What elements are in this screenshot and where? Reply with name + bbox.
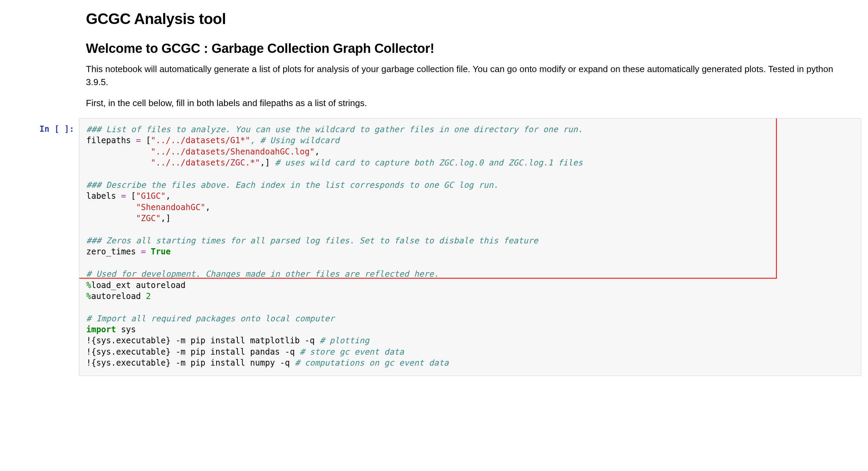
var-labels: labels (86, 191, 116, 201)
magic-prefix: % (86, 280, 91, 290)
code-comment: ### Zeros all starting times for all par… (86, 236, 538, 245)
pip-prefix: {sys.executable} -m pip install (91, 347, 250, 357)
mod-sys: sys (116, 325, 136, 334)
str-label-2: "ZGC" (136, 214, 161, 223)
markdown-cell: GCGC Analysis tool Welcome to GCGC : Gar… (86, 10, 847, 110)
magic-autoreload: autoreload (91, 291, 146, 301)
bang: ! (86, 336, 91, 345)
str-path-0: "../../datasets/G1*" (151, 136, 250, 145)
const-true: True (151, 247, 171, 256)
code-comment: ### Describe the files above. Each index… (86, 180, 498, 190)
num-2: 2 (146, 291, 151, 301)
input-prompt: In [ ]: (7, 118, 79, 376)
indent (86, 203, 136, 212)
code-editor[interactable]: ### List of files to analyze. You can us… (79, 118, 861, 376)
op-assign: = (116, 191, 131, 201)
pip-prefix: {sys.executable} -m pip install (91, 336, 250, 345)
inline-comment: # plotting (320, 336, 369, 345)
op-assign: = (131, 136, 146, 145)
pip-pkg: matplotlib -q (250, 336, 320, 345)
magic-load-ext: load_ext autoreload (91, 280, 186, 290)
intro-paragraph-1: This notebook will automatically generat… (86, 63, 847, 89)
indent (86, 147, 151, 157)
magic-prefix: % (86, 291, 91, 301)
str-path-2: "../../datasets/ZGC.*" (151, 158, 260, 168)
code-comment: # Import all required packages onto loca… (86, 314, 334, 323)
indent (86, 158, 151, 168)
inline-comment: # uses wild card to capture both ZGC.log… (275, 158, 583, 168)
bang: ! (86, 347, 91, 357)
intro-paragraph-2: First, in the cell below, fill in both l… (86, 97, 847, 110)
heading-h1: GCGC Analysis tool (86, 10, 847, 27)
bracket: [ (146, 136, 151, 145)
pip-pkg: pandas -q (250, 347, 300, 357)
code-comment: ### List of files to analyze. You can us… (86, 125, 583, 134)
code-comment: # Used for development. Changes made in … (86, 269, 439, 279)
str-label-1: "ShenandoahGC" (136, 203, 205, 212)
bracket: [ (131, 191, 136, 201)
inline-comment: # store gc event data (300, 347, 404, 357)
op-assign: = (136, 247, 151, 256)
code-cell[interactable]: In [ ]: ### List of files to analyze. Yo… (7, 118, 861, 376)
heading-h2: Welcome to GCGC : Garbage Collection Gra… (86, 41, 847, 56)
var-zero-times: zero_times (86, 247, 136, 256)
inline-comment: , # Using wildcard (250, 136, 340, 145)
pip-pkg: numpy -q (250, 358, 295, 368)
prompt-label: In [ ]: (40, 124, 74, 134)
indent (86, 214, 136, 223)
str-label-0: "G1GC" (136, 191, 166, 201)
jupyter-page: GCGC Analysis tool Welcome to GCGC : Gar… (0, 0, 868, 393)
inline-comment: # computations on gc event data (295, 358, 449, 368)
str-path-1: "../../datasets/ShenandoahGC.log" (151, 147, 315, 157)
pip-prefix: {sys.executable} -m pip install (91, 358, 250, 368)
var-filepaths: filepaths (86, 136, 131, 145)
kw-import: import (86, 325, 116, 334)
bang: ! (86, 358, 91, 368)
